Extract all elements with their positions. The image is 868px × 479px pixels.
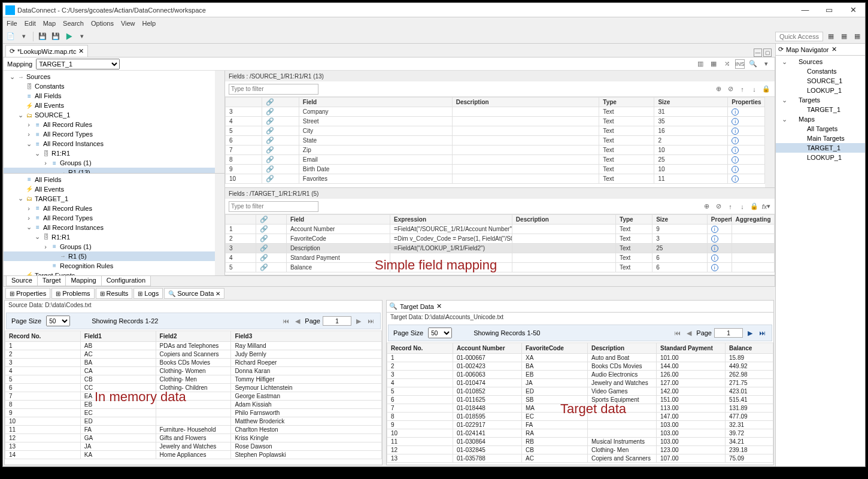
down-icon[interactable]: ↓ bbox=[749, 84, 759, 94]
tree-node[interactable]: ›≡All Record Rules bbox=[4, 204, 224, 213]
add-icon[interactable]: ⊕ bbox=[702, 202, 711, 211]
tree-node[interactable]: ›≡Groups (1) bbox=[4, 242, 224, 251]
menu-help[interactable]: Help bbox=[142, 20, 156, 27]
tree-node[interactable]: ⌄🗂TARGET_1 bbox=[4, 194, 224, 204]
table-row[interactable]: 10EDMatthew Broderick bbox=[5, 417, 382, 426]
layout-icon-1[interactable]: ▥ bbox=[696, 59, 705, 69]
table-row[interactable]: 801-018595EC147.00477.09 bbox=[387, 413, 773, 421]
table-row[interactable]: 10🔗FavoritesText11i bbox=[226, 174, 775, 184]
next-page-icon[interactable]: ▶ bbox=[745, 328, 755, 338]
table-row[interactable]: 6CCClothing- ChildrenSeymour Lichtenstei… bbox=[5, 384, 382, 392]
table-row[interactable]: 5🔗CityText16i bbox=[226, 126, 775, 136]
table-row[interactable]: 601-011625SBSports Equipment151.00515.41 bbox=[387, 396, 773, 404]
run-dropdown-icon[interactable]: ▾ bbox=[77, 31, 87, 42]
tree-node[interactable]: Constants bbox=[776, 66, 865, 76]
page-size-select[interactable]: 50 bbox=[428, 328, 452, 338]
tree-node[interactable]: ›≡All Record Types bbox=[4, 129, 224, 139]
editor-tab[interactable]: ⟳ *LookupWiz.map.rtc ✕ bbox=[5, 45, 88, 57]
menu-search[interactable]: Search bbox=[63, 20, 84, 27]
table-row[interactable]: 4🔗Standard PaymentText6i bbox=[226, 253, 775, 263]
table-row[interactable]: 701-018448MA113.00131.89 bbox=[387, 404, 773, 413]
perspective-icon-1[interactable]: ▦ bbox=[825, 31, 836, 42]
save-icon[interactable]: 💾 bbox=[37, 31, 48, 42]
tree-node[interactable]: ⌄≡All Record Instances bbox=[4, 139, 224, 148]
page-size-select[interactable]: 50 bbox=[46, 316, 70, 326]
down-icon[interactable]: ↓ bbox=[738, 202, 747, 211]
tab-close-icon[interactable]: ✕ bbox=[436, 302, 442, 310]
table-row[interactable]: 2🔗FavoriteCode=Dim v_Codev_Code = Parse(… bbox=[226, 234, 775, 244]
add-icon[interactable]: ⊕ bbox=[714, 84, 723, 94]
view-source-data[interactable]: 🔍 Source Data ✕ bbox=[164, 288, 224, 299]
tree-node[interactable]: LOOKUP_1 bbox=[776, 86, 865, 95]
tree-node[interactable]: ›≡Groups (1) bbox=[4, 158, 224, 168]
remove-icon[interactable]: ⊘ bbox=[714, 202, 723, 211]
nav-tab-label[interactable]: Map Navigator bbox=[786, 46, 829, 53]
tree-node[interactable]: LOOKUP_1 bbox=[776, 153, 865, 162]
menu-file[interactable]: File bbox=[7, 20, 17, 27]
lock-icon[interactable]: 🔒 bbox=[761, 84, 771, 94]
table-row[interactable]: 7EAGeorge Eastman bbox=[5, 392, 382, 401]
table-row[interactable]: 6🔗StateText2i bbox=[226, 136, 775, 145]
page-input[interactable] bbox=[323, 316, 351, 326]
new-icon[interactable]: 📄 bbox=[5, 31, 16, 42]
table-row[interactable]: 8EBAdam Kissiah bbox=[5, 401, 382, 409]
table-row[interactable]: 14KAHome AppliancesStephen Poplawski bbox=[5, 451, 382, 459]
maximize-button[interactable]: ▭ bbox=[817, 4, 841, 16]
tree-node[interactable]: ›≡All Record Types bbox=[4, 213, 224, 223]
table-row[interactable]: 1101-030864RBMusical Instruments103.0034… bbox=[387, 438, 773, 446]
prev-page-icon[interactable]: ◀ bbox=[684, 328, 694, 338]
tab-configuration[interactable]: Configuration bbox=[101, 276, 151, 286]
table-row[interactable]: 1🔗Account Number=FieldAt("/SOURCE_1/R1/A… bbox=[226, 225, 775, 234]
quick-access[interactable]: Quick Access bbox=[775, 32, 823, 41]
scrollbar[interactable] bbox=[215, 174, 224, 276]
saveall-icon[interactable]: 💾 bbox=[50, 31, 61, 42]
search-icon[interactable]: 🔍 bbox=[748, 59, 758, 69]
table-row[interactable]: 8🔗EmailText25i bbox=[226, 155, 775, 165]
table-row[interactable]: 9ECPhilo Farnsworth bbox=[5, 409, 382, 417]
table-row[interactable]: 5CBClothing- MenTommy Hilfiger bbox=[5, 375, 382, 384]
menu-options[interactable]: Options bbox=[91, 20, 114, 27]
last-page-icon[interactable]: ⏭ bbox=[366, 316, 375, 326]
up-icon[interactable]: ↑ bbox=[726, 202, 735, 211]
tree-node[interactable]: ⌄Targets bbox=[776, 95, 865, 105]
page-input[interactable] bbox=[714, 328, 743, 338]
view-problems[interactable]: ⊞ Problems bbox=[51, 288, 94, 299]
table-row[interactable]: 7🔗ZipText10i bbox=[226, 145, 775, 155]
table-row[interactable]: 11FAFurniture- HouseholdCharlton Heston bbox=[5, 426, 382, 434]
table-row[interactable]: 501-010852EDVideo Games142.00423.01 bbox=[387, 387, 773, 396]
shuffle-icon[interactable]: ⤮ bbox=[722, 59, 732, 69]
tree-node[interactable]: TARGET_1 bbox=[776, 143, 865, 153]
tree-node[interactable]: SOURCE_1 bbox=[776, 76, 865, 86]
tree-node[interactable]: →R1 (13) bbox=[4, 168, 224, 173]
scrollbar[interactable] bbox=[215, 71, 224, 173]
table-row[interactable]: 101-000667XAAuto and Boat101.0015.89 bbox=[387, 354, 773, 362]
table-row[interactable]: 401-010474JAJewelry and Watches127.00271… bbox=[387, 379, 773, 387]
table-row[interactable]: 1201-032845CBClothing- Men123.00239.18 bbox=[387, 446, 773, 454]
table-row[interactable]: 901-022917FA103.0032.31 bbox=[387, 421, 773, 429]
remove-icon[interactable]: ⊘ bbox=[726, 84, 735, 94]
view-logs[interactable]: ⊞ Logs bbox=[133, 288, 163, 299]
tree-node[interactable]: ›≡All Record Rules bbox=[4, 120, 224, 129]
view-properties[interactable]: ⊞ Properties bbox=[5, 288, 50, 299]
table-row[interactable]: 1001-024141RA103.0039.72 bbox=[387, 429, 773, 438]
target-filter-input[interactable] bbox=[229, 201, 318, 212]
table-row[interactable]: 3🔗CompanyText31i bbox=[226, 107, 775, 117]
new-dropdown-icon[interactable]: ▾ bbox=[19, 31, 29, 42]
table-row[interactable]: 3🔗Description=FieldAt("/LOOKUP_1/R1/Fiel… bbox=[226, 244, 775, 253]
tree-node[interactable]: ⚡All Events bbox=[4, 184, 224, 194]
tree-node[interactable]: ≡All Fields bbox=[4, 91, 224, 101]
table-row[interactable]: 201-002423BABooks CDs Movies144.00449.92 bbox=[387, 362, 773, 371]
max-icon[interactable]: ▢ bbox=[763, 48, 772, 57]
tree-node[interactable]: ≡Recognition Rules bbox=[4, 261, 224, 271]
tree-node[interactable]: →R1 (5) bbox=[4, 251, 224, 261]
minimize-button[interactable]: — bbox=[793, 4, 817, 16]
tree-node[interactable]: Main Targets bbox=[776, 134, 865, 143]
last-page-icon[interactable]: ⏭ bbox=[757, 328, 767, 338]
close-button[interactable]: ✕ bbox=[841, 4, 865, 16]
view-results[interactable]: ⊞ Results bbox=[96, 288, 133, 299]
search-dropdown-icon[interactable]: ▾ bbox=[761, 59, 771, 69]
tree-node[interactable]: TARGET_1 bbox=[776, 105, 865, 114]
fx-icon[interactable]: fx▾ bbox=[761, 202, 771, 211]
target-data-tab[interactable]: Target Data bbox=[400, 303, 434, 310]
table-row[interactable]: 2ACCopiers and ScannersJudy Bernly bbox=[5, 350, 382, 359]
